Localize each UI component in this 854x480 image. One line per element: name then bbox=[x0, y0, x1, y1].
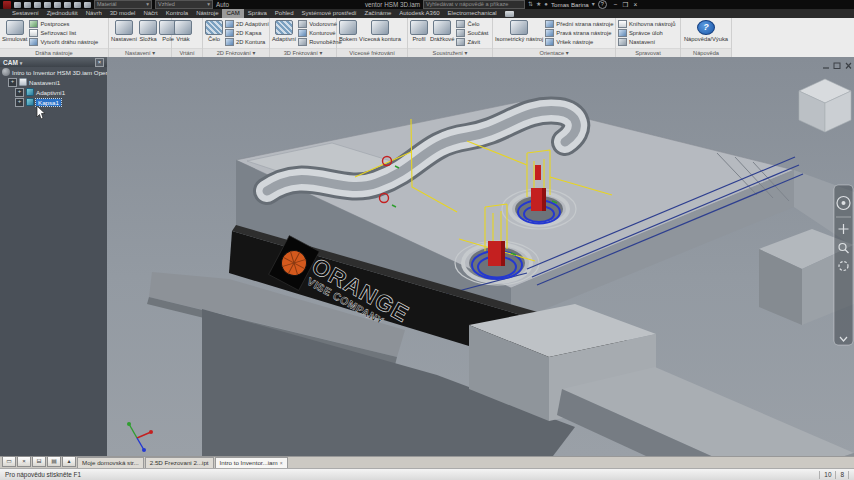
group-title-manage: Spravovat bbox=[616, 48, 680, 57]
postprocess-button[interactable]: Postproces bbox=[29, 20, 98, 28]
parallel-button[interactable]: Rovnoběžné bbox=[298, 38, 342, 46]
home-icon[interactable] bbox=[64, 2, 71, 8]
switch-window-icon[interactable]: ▴ bbox=[62, 456, 76, 467]
isometric-tool-button[interactable]: Isometrický nástroj bbox=[495, 19, 543, 47]
help-icon[interactable]: ? bbox=[598, 0, 607, 9]
tree-item-setup1[interactable]: + Nastavení1 bbox=[0, 77, 107, 87]
help-learning-button[interactable]: ?Nápověda/Výuka bbox=[684, 19, 728, 47]
turn-thread-button[interactable]: Závit bbox=[456, 38, 488, 46]
inventor-logo-icon[interactable] bbox=[3, 1, 11, 9]
tool-library-button[interactable]: Knihovna nástrojů bbox=[618, 20, 675, 28]
adaptive-3d-button[interactable]: Adaptivní bbox=[272, 19, 296, 47]
screen-capture-icon[interactable] bbox=[505, 11, 514, 17]
tab-navrh[interactable]: Návrh bbox=[82, 9, 106, 18]
tab-3d-model[interactable]: 3D model bbox=[106, 9, 140, 18]
doc-close-icon[interactable] bbox=[846, 63, 851, 69]
folder-button[interactable]: Složka bbox=[139, 19, 157, 47]
material-combo[interactable]: Materiál▾ bbox=[94, 0, 152, 9]
tab-zjednodusit[interactable]: Zjednodušit bbox=[43, 9, 82, 18]
arrange-windows-icon[interactable]: ▭ bbox=[2, 456, 16, 467]
group-title-orientation[interactable]: Orientace ▾ bbox=[493, 48, 615, 57]
save-icon[interactable] bbox=[34, 2, 41, 8]
close-window-icon[interactable]: × bbox=[17, 456, 31, 467]
group-title-setup[interactable]: Nastavení ▾ bbox=[109, 48, 171, 57]
select-tool-icon[interactable] bbox=[84, 2, 91, 8]
tab-autodesk-a360[interactable]: Autodesk A360 bbox=[395, 9, 443, 18]
generate-toolpath-button[interactable]: Vytvořit dráhu nástroje bbox=[29, 38, 98, 46]
horizontal-button[interactable]: Vodorovné bbox=[298, 20, 342, 28]
tab-systemove-prostredi[interactable]: Systémové prostředí bbox=[298, 9, 361, 18]
tab-kontrola[interactable]: Kontrola bbox=[162, 9, 192, 18]
tab-zaciname[interactable]: Začínáme bbox=[361, 9, 396, 18]
tile-windows-icon[interactable]: ⊟ bbox=[32, 456, 46, 467]
tab-electromechanical[interactable]: Electromechanical bbox=[444, 9, 501, 18]
undo-icon[interactable] bbox=[44, 2, 51, 8]
tool-right-button[interactable]: Pravá strana nástroje bbox=[545, 29, 613, 37]
minimize-button[interactable]: − bbox=[614, 0, 618, 9]
redo-icon[interactable] bbox=[54, 2, 61, 8]
navigation-bar[interactable] bbox=[834, 185, 853, 345]
tree-item-adaptive1[interactable]: + Adaptivní1 bbox=[0, 87, 107, 97]
window-list-icon[interactable]: ▤ bbox=[47, 456, 61, 467]
open-icon[interactable] bbox=[24, 2, 31, 8]
viewport[interactable]: ORANGE VISE COMPANY bbox=[107, 57, 854, 456]
group-title-3d-milling[interactable]: 3D Frézování ▾ bbox=[270, 48, 336, 57]
group-title-turning[interactable]: Soustružení ▾ bbox=[408, 48, 492, 57]
tab-sprava[interactable]: Správa bbox=[244, 9, 271, 18]
contour-3d-button[interactable]: Konturové bbox=[298, 29, 342, 37]
expand-icon[interactable]: + bbox=[8, 78, 17, 87]
face-mill-button[interactable]: Čelo bbox=[205, 19, 223, 47]
tree-item-root[interactable]: Intro to Inventor HSM 3D.iam Operace. bbox=[0, 67, 107, 77]
job-manager-button[interactable]: Správce úloh bbox=[618, 29, 675, 37]
help-search-input[interactable]: Vyhledávat v nápovědě a příkaze bbox=[423, 0, 525, 9]
setup-button[interactable]: Nastavení bbox=[111, 19, 137, 47]
face-mill-icon bbox=[205, 20, 223, 35]
viewcube[interactable] bbox=[799, 79, 851, 132]
expand-icon[interactable]: + bbox=[15, 98, 24, 107]
close-button[interactable]: × bbox=[633, 0, 637, 9]
multiaxis-contour-button[interactable]: Víceosá kontura bbox=[359, 19, 401, 47]
measure-icon[interactable] bbox=[74, 2, 81, 8]
tab-cam[interactable]: CAM bbox=[222, 9, 243, 18]
turn-part-button[interactable]: Součást bbox=[456, 29, 488, 37]
tool-front-button[interactable]: Přední strana nástroje bbox=[545, 20, 613, 28]
doc-restore-icon[interactable] bbox=[834, 63, 840, 69]
setup-sheet-button[interactable]: Seřizovací list bbox=[29, 29, 98, 37]
tab-nacrt[interactable]: Náčrt bbox=[139, 9, 161, 18]
adaptive-2d-button[interactable]: 2D Adaptivní bbox=[225, 20, 269, 28]
sync-icon[interactable]: ⇅ bbox=[528, 0, 533, 9]
group-title-2d-milling[interactable]: 2D Frézování ▾ bbox=[203, 48, 269, 57]
drill-button[interactable]: Vrták bbox=[174, 19, 192, 47]
cam-settings-button[interactable]: Nastavení bbox=[618, 38, 675, 46]
doc-tab-frezovani[interactable]: 2.5D Frezovani 2...ipt bbox=[145, 457, 214, 468]
vise-rail[interactable] bbox=[557, 367, 854, 456]
button-label: Správce úloh bbox=[629, 30, 663, 36]
turn-profile-button[interactable]: Profil bbox=[410, 19, 428, 47]
tool-top-button[interactable]: Vršek nástroje bbox=[545, 38, 613, 46]
button-label: Isometrický nástroj bbox=[495, 36, 543, 42]
favorites-star-icon[interactable]: ★ bbox=[536, 0, 541, 9]
new-file-icon[interactable] bbox=[14, 2, 21, 8]
doc-tab-intro-iam[interactable]: Intro to Inventor...iam× bbox=[215, 457, 288, 468]
swarf-button[interactable]: Bokem bbox=[339, 19, 357, 47]
tab-nastroje[interactable]: Nástroje bbox=[192, 9, 222, 18]
chevron-down-icon[interactable]: ▾ bbox=[592, 0, 595, 9]
turn-face-button[interactable]: Čelo bbox=[456, 20, 488, 28]
user-name[interactable]: Tomas Barina bbox=[551, 1, 589, 8]
contour-2d-button[interactable]: 2D Kontura bbox=[225, 38, 269, 46]
appearance-combo[interactable]: Vzhled▾ bbox=[155, 0, 213, 9]
doc-tab-home[interactable]: Moje domovská str... bbox=[77, 457, 144, 468]
restore-button[interactable]: ❐ bbox=[623, 0, 629, 9]
browser-header[interactable]: CAM▾ × bbox=[0, 57, 107, 67]
expand-icon[interactable]: + bbox=[15, 88, 24, 97]
close-icon[interactable]: × bbox=[280, 460, 283, 466]
browser-panel-close-icon[interactable]: × bbox=[95, 58, 104, 67]
tab-sestaveni[interactable]: Sestavení bbox=[8, 9, 43, 18]
tree-item-kapsa1[interactable]: + Kapsa1 bbox=[0, 97, 107, 107]
viewport-window-controls[interactable] bbox=[823, 63, 851, 69]
status-value-1: 10 bbox=[824, 471, 831, 478]
tab-pohled[interactable]: Pohled bbox=[271, 9, 298, 18]
simulate-button[interactable]: Simulovat bbox=[2, 19, 27, 47]
pocket-2d-button[interactable]: 2D Kapsa bbox=[225, 29, 269, 37]
turn-groove-button[interactable]: Drážkové bbox=[430, 19, 454, 47]
